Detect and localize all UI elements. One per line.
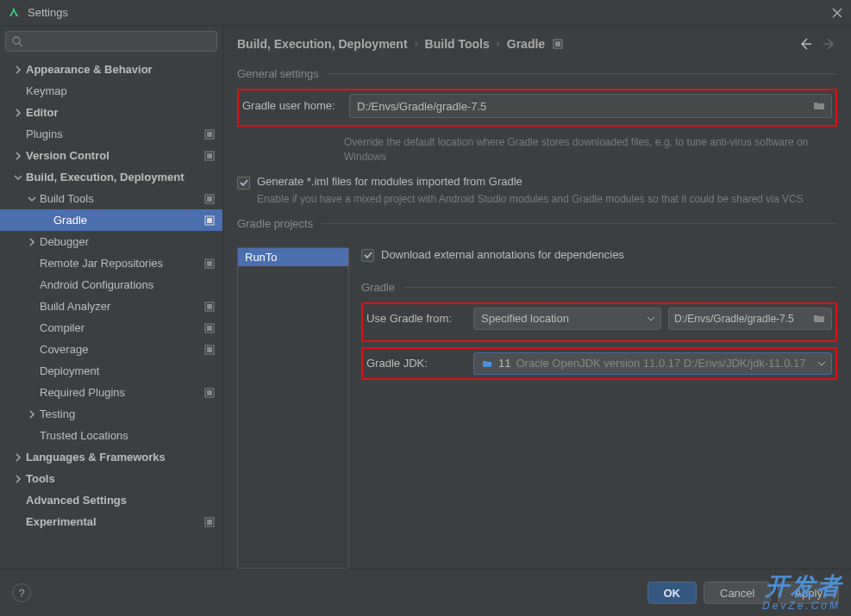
tree-android-config[interactable]: Android Configurations	[0, 274, 222, 296]
tree-deployment[interactable]: Deployment	[0, 360, 222, 382]
svg-rect-10	[207, 218, 212, 223]
nav-back-icon[interactable]	[798, 36, 813, 52]
folder-icon[interactable]	[812, 312, 826, 326]
projects-list[interactable]: RunTo	[237, 247, 349, 569]
user-home-input[interactable]	[349, 94, 832, 118]
tree-build-execution-deployment[interactable]: Build, Execution, Deployment	[0, 166, 222, 188]
settings-sidebar: Appearance & Behavior Keymap Editor Plug…	[0, 26, 223, 569]
tree-languages[interactable]: Languages & Frameworks	[0, 446, 222, 468]
chevron-right-icon	[26, 236, 38, 248]
chevron-right-icon	[12, 150, 24, 162]
chevron-right-icon	[26, 408, 38, 420]
svg-rect-4	[207, 132, 212, 137]
tree-appearance[interactable]: Appearance & Behavior	[0, 59, 222, 80]
user-home-field[interactable]	[357, 100, 807, 113]
tree-required-plugins[interactable]: Required Plugins	[0, 382, 222, 403]
tree-gradle[interactable]: Gradle	[0, 209, 222, 231]
tree-build-tools[interactable]: Build Tools	[0, 188, 222, 209]
section-projects: Gradle projects	[237, 217, 322, 230]
project-badge-icon	[203, 215, 216, 227]
download-annotations-row[interactable]: Download external annotations for depend…	[361, 247, 837, 262]
tree-experimental[interactable]: Experimental	[0, 511, 222, 532]
tree-trusted[interactable]: Trusted Locations	[0, 425, 222, 446]
search-input[interactable]	[27, 35, 211, 47]
section-gradle-inner: Gradle	[361, 281, 404, 294]
search-icon	[11, 35, 23, 47]
checkbox-icon[interactable]	[237, 177, 250, 190]
project-badge-icon	[203, 301, 216, 313]
use-gradle-from-dropdown[interactable]: Specified location	[473, 308, 661, 330]
project-badge-icon	[203, 344, 216, 356]
svg-rect-20	[207, 390, 212, 395]
svg-rect-24	[555, 41, 560, 47]
chevron-right-icon	[12, 64, 24, 76]
tree-testing[interactable]: Testing	[0, 403, 222, 425]
breadcrumb-item[interactable]: Build Tools	[425, 37, 490, 51]
close-icon[interactable]	[830, 6, 844, 20]
section-general: General settings	[237, 67, 328, 80]
cancel-button[interactable]: Cancel	[704, 582, 771, 604]
tree-advanced[interactable]: Advanced Settings	[0, 489, 222, 511]
iml-checkbox-row[interactable]: Generate *.iml files for modules importe…	[237, 175, 837, 190]
svg-rect-18	[207, 347, 212, 352]
dropdown-value: Specified location	[481, 312, 569, 325]
project-badge-icon	[203, 516, 216, 528]
jdk-version: 11	[498, 357, 510, 370]
tree-remote-jar[interactable]: Remote Jar Repositories	[0, 252, 222, 274]
checkbox-icon[interactable]	[361, 249, 374, 262]
tree-keymap[interactable]: Keymap	[0, 80, 222, 102]
project-badge-icon	[203, 387, 216, 399]
tree-build-analyzer[interactable]: Build Analyzer	[0, 296, 222, 317]
tree-editor[interactable]: Editor	[0, 102, 222, 123]
gradle-location-input[interactable]: D:/Envs/Gradle/gradle-7.5	[668, 308, 832, 330]
svg-point-1	[13, 37, 20, 44]
chevron-down-icon	[647, 316, 655, 321]
project-badge-icon	[203, 322, 216, 334]
jdk-icon	[481, 358, 493, 370]
breadcrumb-sep: ›	[497, 38, 500, 50]
tree-plugins[interactable]: Plugins	[0, 123, 222, 145]
settings-content: Build, Execution, Deployment › Build Too…	[223, 26, 851, 569]
iml-hint: Enable if you have a mixed project with …	[257, 193, 837, 205]
chevron-down-icon	[26, 193, 38, 205]
chevron-down-icon	[817, 361, 826, 366]
folder-icon[interactable]	[812, 99, 826, 113]
chevron-right-icon	[12, 473, 24, 485]
user-home-label: Gradle user home:	[242, 94, 349, 112]
tree-compiler[interactable]: Compiler	[0, 317, 222, 339]
project-badge-icon	[203, 128, 216, 140]
tree-debugger[interactable]: Debugger	[0, 231, 222, 252]
jdk-label: Gradle JDK:	[366, 357, 466, 370]
svg-rect-22	[207, 520, 212, 525]
android-studio-icon	[7, 6, 21, 20]
watermark: 开发者	[765, 570, 842, 603]
watermark-sub: DevZe.CoM	[762, 600, 841, 612]
jdk-detail: Oracle OpenJDK version 11.0.17 D:/Envs/J…	[516, 357, 805, 370]
titlebar: Settings	[0, 0, 851, 26]
gradle-location-value: D:/Envs/Gradle/gradle-7.5	[674, 313, 794, 325]
ok-button[interactable]: OK	[648, 582, 698, 604]
project-item[interactable]: RunTo	[238, 248, 348, 266]
highlight-box: Gradle user home:	[237, 89, 837, 127]
svg-line-2	[19, 43, 22, 47]
project-badge-icon	[203, 150, 216, 162]
help-button[interactable]: ?	[12, 583, 31, 602]
tree-coverage[interactable]: Coverage	[0, 339, 222, 360]
svg-rect-14	[207, 304, 212, 309]
settings-tree: Appearance & Behavior Keymap Editor Plug…	[0, 57, 222, 569]
project-detail: Download external annotations for depend…	[361, 247, 837, 569]
footer: ? OK Cancel Apply	[0, 569, 851, 616]
search-box[interactable]	[5, 31, 217, 52]
tree-tools[interactable]: Tools	[0, 468, 222, 489]
breadcrumb-item[interactable]: Build, Execution, Deployment	[237, 37, 408, 51]
download-annotations-label: Download external annotations for depend…	[381, 248, 624, 261]
svg-point-0	[13, 8, 15, 9]
breadcrumb-item[interactable]: Gradle	[507, 37, 545, 51]
use-gradle-from-label: Use Gradle from:	[366, 312, 466, 325]
highlight-box: Gradle JDK: 11 Oracle OpenJDK version 11…	[361, 347, 837, 380]
user-home-hint: Override the default location where Grad…	[344, 135, 837, 165]
highlight-box: Use Gradle from: Specified location D:/E…	[361, 302, 837, 342]
tree-version-control[interactable]: Version Control	[0, 145, 222, 166]
jdk-dropdown[interactable]: 11 Oracle OpenJDK version 11.0.17 D:/Env…	[473, 352, 832, 375]
nav-forward-icon[interactable]	[822, 36, 837, 52]
